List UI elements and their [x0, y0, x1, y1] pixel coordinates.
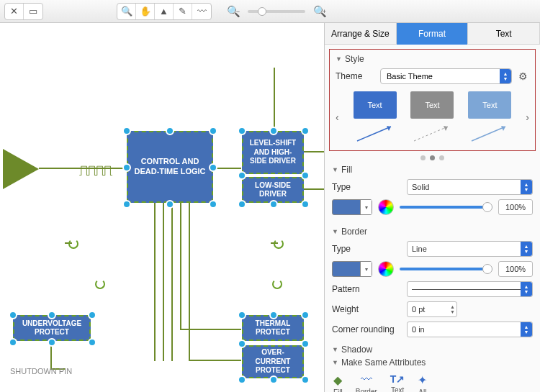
- brush-icon[interactable]: 〰: [192, 4, 211, 19]
- svg-line-4: [472, 127, 505, 141]
- selection-handle[interactable]: [122, 127, 131, 135]
- tool-group-left: ✕ ▭: [4, 3, 43, 20]
- selection-handle[interactable]: [301, 127, 310, 135]
- inspector-tabs: Arrange & Size Format Text: [325, 23, 540, 45]
- slider-thumb[interactable]: [482, 202, 492, 212]
- zoom-in-button[interactable]: 🔍+: [311, 4, 328, 19]
- wire: [180, 203, 181, 329]
- tab-text[interactable]: Text: [468, 23, 540, 45]
- selection-handle[interactable]: [166, 127, 174, 135]
- section-title-style[interactable]: Style: [336, 54, 529, 64]
- selection-handle[interactable]: [88, 311, 96, 319]
- selection-handle[interactable]: [238, 339, 246, 348]
- svg-marker-3: [444, 126, 448, 131]
- style-swatch-2[interactable]: Text: [410, 91, 454, 143]
- block-low-side[interactable]: LOW-SIDE DRIVER: [242, 177, 304, 203]
- section-title-makesame[interactable]: Make Same Attributes: [332, 357, 533, 368]
- style-section-highlighted: Style Theme Basic Theme ▲▼ ⚙ ‹ Text: [329, 49, 536, 151]
- gear-icon[interactable]: ⚙: [516, 70, 529, 83]
- zoom-out-button[interactable]: 🔍−: [225, 4, 242, 19]
- selection-handle[interactable]: [269, 375, 278, 384]
- toolbar: ✕ ▭ 🔍 ✋ ▲ ✎ 〰 🔍− 🔍+: [0, 0, 540, 23]
- selection-handle[interactable]: [9, 338, 17, 347]
- selection-handle[interactable]: [301, 339, 310, 348]
- slider-thumb[interactable]: [482, 264, 492, 274]
- wire: [189, 360, 241, 361]
- fill-opacity-slider[interactable]: [400, 206, 492, 209]
- block-level-shift[interactable]: LEVEL-SHIFT AND HIGH-SIDE DRIVER: [242, 131, 304, 174]
- stamp-icon[interactable]: ▲: [155, 4, 174, 19]
- magnifier-icon[interactable]: 🔍: [117, 4, 136, 19]
- fill-opacity-value[interactable]: 100%: [498, 199, 533, 215]
- selection-handle[interactable]: [48, 338, 56, 347]
- zoom-controls: 🔍− 🔍+: [225, 4, 328, 19]
- selection-handle[interactable]: [9, 311, 17, 319]
- settings-icon[interactable]: ✕: [5, 4, 24, 19]
- svg-line-0: [357, 127, 391, 141]
- section-title-fill[interactable]: Fill: [332, 165, 533, 175]
- section-title-shadow[interactable]: Shadow: [332, 345, 533, 355]
- makesame-text-button[interactable]: T↗Text: [390, 373, 405, 392]
- makesame-border-button[interactable]: 〰Border: [356, 373, 377, 392]
- eyedropper-icon[interactable]: ✎: [174, 4, 192, 19]
- hand-icon[interactable]: ✋: [136, 4, 155, 19]
- theme-select[interactable]: Basic Theme ▲▼: [380, 68, 512, 84]
- page-dot[interactable]: [430, 155, 435, 160]
- zoom-slider[interactable]: [248, 10, 305, 13]
- style-swatch-3[interactable]: Text: [468, 91, 511, 143]
- selection-handle[interactable]: [269, 200, 278, 209]
- pattern-label: Pattern: [332, 284, 401, 294]
- selection-handle[interactable]: [269, 127, 278, 135]
- tab-format[interactable]: Format: [397, 23, 469, 45]
- selection-handle[interactable]: [301, 311, 310, 319]
- tab-arrange[interactable]: Arrange & Size: [325, 23, 397, 45]
- color-wheel-icon[interactable]: [378, 261, 394, 277]
- selection-handle[interactable]: [166, 200, 174, 209]
- spinner-icon: [274, 239, 284, 249]
- selection-handle[interactable]: [209, 200, 217, 209]
- selection-handle[interactable]: [301, 375, 310, 384]
- selection-handle[interactable]: [238, 200, 246, 209]
- selection-handle[interactable]: [88, 338, 96, 347]
- block-overcurrent[interactable]: OVER-CURRENT PROTECT: [242, 345, 304, 378]
- block-control[interactable]: CONTROL AND DEAD-TIME LOGIC: [127, 131, 213, 203]
- selection-handle[interactable]: [238, 311, 246, 319]
- selection-handle[interactable]: [238, 171, 246, 180]
- wire: [154, 203, 156, 361]
- page-dot[interactable]: [439, 155, 444, 160]
- selection-handle[interactable]: [301, 200, 310, 209]
- selection-handle[interactable]: [209, 127, 217, 135]
- selection-handle[interactable]: [269, 311, 278, 319]
- zoom-slider-thumb[interactable]: [258, 7, 266, 16]
- selection-handle[interactable]: [122, 200, 131, 209]
- style-next-button[interactable]: ›: [526, 111, 529, 123]
- fill-color-chip[interactable]: ▾: [332, 199, 372, 215]
- style-prev-button[interactable]: ‹: [336, 111, 339, 123]
- border-opacity-value[interactable]: 100%: [498, 261, 533, 277]
- selection-handle[interactable]: [48, 311, 56, 319]
- page-dot[interactable]: [420, 155, 426, 160]
- fill-type-select[interactable]: Solid▲▼: [407, 179, 533, 195]
- selection-handle[interactable]: [122, 163, 131, 172]
- makesame-fill-button[interactable]: ◆Fill: [333, 373, 343, 392]
- canvas[interactable]: ⎍⎍⎍⎍ CONTROL AND DEAD-TIME LOGIC LEVEL-S…: [0, 23, 324, 392]
- makesame-all-button[interactable]: ✦All: [418, 373, 427, 392]
- spinner-icon: [272, 279, 282, 289]
- border-opacity-slider[interactable]: [400, 268, 492, 270]
- pattern-select[interactable]: ▲▼: [407, 281, 533, 297]
- document-icon[interactable]: ▭: [24, 4, 42, 19]
- selection-handle[interactable]: [238, 127, 246, 135]
- style-swatch-1[interactable]: Text: [354, 91, 397, 143]
- selection-handle[interactable]: [238, 375, 246, 384]
- selection-handle[interactable]: [301, 171, 310, 180]
- tool-group-tools: 🔍 ✋ ▲ ✎ 〰: [117, 3, 212, 20]
- section-title-border[interactable]: Border: [332, 227, 533, 237]
- weight-input[interactable]: 0 pt▲▼: [407, 301, 457, 317]
- color-wheel-icon[interactable]: [378, 199, 394, 215]
- amplifier-icon: [3, 149, 39, 189]
- selection-handle[interactable]: [209, 163, 217, 172]
- border-type-select[interactable]: Line▲▼: [407, 241, 533, 257]
- border-color-chip[interactable]: ▾: [332, 261, 372, 277]
- border-type-label: Type: [332, 244, 401, 254]
- corner-select[interactable]: 0 in▲▼: [407, 322, 533, 337]
